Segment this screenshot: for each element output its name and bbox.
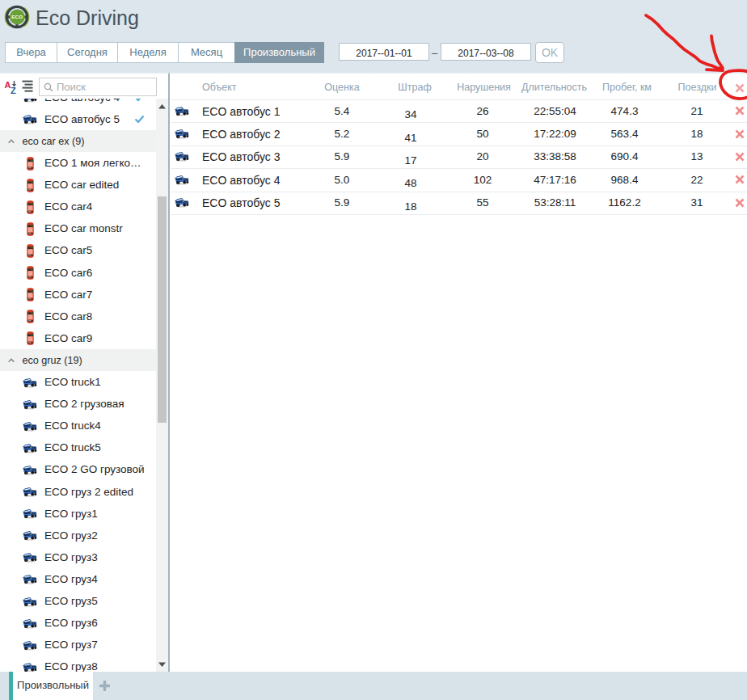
svg-text:ECO: ECO [11,14,23,19]
svg-text:Z: Z [11,85,16,95]
